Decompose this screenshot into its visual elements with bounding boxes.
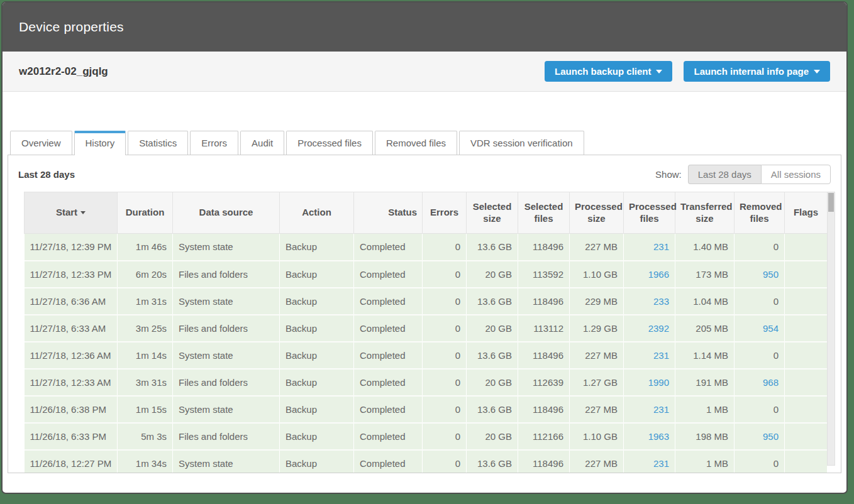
device-header-bar: w2012r2-02_gjqlg Launch backup client La… <box>3 52 846 92</box>
table-scrollbar[interactable] <box>827 192 835 466</box>
column-header-duration[interactable]: Duration <box>118 192 173 234</box>
cell-start: 11/26/18, 12:27 PM <box>25 450 118 474</box>
cell-transferred-size: 205 MB <box>675 315 735 342</box>
processed-files-link[interactable]: 231 <box>653 241 669 252</box>
processed-files-link[interactable]: 233 <box>653 296 669 307</box>
column-header-processed-size[interactable]: Processed size <box>570 192 624 234</box>
cell-selected-size: 13.6 GB <box>467 450 518 474</box>
cell-data-source: System state <box>173 288 280 315</box>
dialog-title: Device properties <box>19 19 124 35</box>
cell-selected-size: 20 GB <box>467 261 518 288</box>
column-header-label: Errors <box>430 207 458 217</box>
table-row: 11/27/18, 12:33 PM6m 20sFiles and folder… <box>25 261 828 288</box>
cell-start: 11/27/18, 12:39 PM <box>25 234 118 261</box>
cell-start: 11/27/18, 12:33 AM <box>25 369 118 396</box>
show-option-last-28-days[interactable]: Last 28 days <box>688 165 761 184</box>
processed-files-link[interactable]: 231 <box>653 350 669 361</box>
cell-transferred-size: 191 MB <box>675 369 735 396</box>
tab-audit[interactable]: Audit <box>240 131 284 155</box>
cell-transferred-size: 198 MB <box>675 423 735 450</box>
cell-processed-size: 227 MB <box>570 342 624 369</box>
cell-selected-size: 20 GB <box>467 315 518 342</box>
cell-duration: 5m 3s <box>118 423 173 450</box>
column-header-data-source[interactable]: Data source <box>173 192 280 234</box>
cell-errors: 0 <box>423 234 467 261</box>
cell-action: Backup <box>280 342 354 369</box>
launch-internal-info-button[interactable]: Launch internal info page <box>684 61 830 82</box>
cell-flags <box>785 423 828 450</box>
cell-status: Completed <box>354 261 423 288</box>
cell-data-source: System state <box>173 342 280 369</box>
tab-errors[interactable]: Errors <box>190 131 238 155</box>
processed-files-link[interactable]: 2392 <box>648 323 669 334</box>
cell-duration: 1m 34s <box>118 450 173 474</box>
column-header-removed-files[interactable]: Removed files <box>735 192 785 234</box>
tab-vdr-session-verification[interactable]: VDR session verification <box>459 131 584 155</box>
page-background: { "window": { "title": "Device propertie… <box>0 0 854 504</box>
tab-removed-files[interactable]: Removed files <box>375 131 457 155</box>
processed-files-link[interactable]: 231 <box>653 404 669 415</box>
launch-backup-client-button[interactable]: Launch backup client <box>545 61 672 82</box>
cell-processed-files: 231 <box>624 396 675 423</box>
processed-files-link[interactable]: 231 <box>653 458 669 469</box>
tab-bar: OverviewHistoryStatisticsErrorsAuditProc… <box>10 131 846 155</box>
column-header-label: Transferred size <box>680 201 733 224</box>
column-header-flags[interactable]: Flags <box>785 192 828 234</box>
column-header-selected-files[interactable]: Selected files <box>518 192 570 234</box>
cell-processed-size: 1.27 GB <box>570 369 624 396</box>
tab-processed-files[interactable]: Processed files <box>286 131 373 155</box>
cell-transferred-size: 173 MB <box>675 261 735 288</box>
cell-flags <box>785 396 828 423</box>
column-header-status[interactable]: Status <box>354 192 423 234</box>
cell-errors: 0 <box>423 342 467 369</box>
column-header-label: Duration <box>126 207 165 217</box>
cell-processed-files: 1966 <box>624 261 675 288</box>
column-header-selected-size[interactable]: Selected size <box>467 192 518 234</box>
period-label: Last 28 days <box>18 169 75 180</box>
history-tab-panel: Last 28 days Show: Last 28 daysAll sessi… <box>8 155 841 473</box>
tab-statistics[interactable]: Statistics <box>128 131 188 155</box>
cell-processed-size: 1.29 GB <box>570 315 624 342</box>
cell-selected-files: 113112 <box>518 315 570 342</box>
column-header-action[interactable]: Action <box>280 192 354 234</box>
processed-files-link[interactable]: 1966 <box>648 269 669 280</box>
cell-flags <box>785 261 828 288</box>
table-row: 11/27/18, 6:33 AM3m 25sFiles and folders… <box>25 315 828 342</box>
cell-processed-files: 2392 <box>624 315 675 342</box>
cell-processed-files: 1990 <box>624 369 675 396</box>
column-header-label: Processed files <box>629 201 677 224</box>
table-row: 11/26/18, 6:38 PM1m 15sSystem stateBacku… <box>25 396 828 423</box>
column-header-processed-files[interactable]: Processed files <box>624 192 675 234</box>
cell-duration: 1m 14s <box>118 342 173 369</box>
tab-overview[interactable]: Overview <box>10 131 72 155</box>
cell-transferred-size: 1.40 MB <box>675 234 735 261</box>
cell-status: Completed <box>354 315 423 342</box>
processed-files-link[interactable]: 1990 <box>648 377 669 388</box>
tab-history[interactable]: History <box>74 131 126 155</box>
cell-data-source: System state <box>173 234 280 261</box>
scrollbar-thumb[interactable] <box>828 193 834 212</box>
sessions-table: StartDurationData sourceActionStatusErro… <box>24 192 828 473</box>
cell-duration: 6m 20s <box>118 261 173 288</box>
column-header-errors[interactable]: Errors <box>423 192 467 234</box>
cell-flags <box>785 342 828 369</box>
cell-data-source: Files and folders <box>173 369 280 396</box>
cell-selected-size: 20 GB <box>467 423 518 450</box>
removed-files-link[interactable]: 968 <box>763 377 779 388</box>
column-header-start[interactable]: Start <box>25 192 118 234</box>
cell-flags <box>785 450 828 474</box>
cell-start: 11/27/18, 12:36 AM <box>25 342 118 369</box>
processed-files-link[interactable]: 1963 <box>648 431 669 442</box>
column-header-transferred-size[interactable]: Transferred size <box>675 192 735 234</box>
cell-selected-size: 20 GB <box>467 369 518 396</box>
cell-selected-files: 118496 <box>518 396 570 423</box>
removed-files-link[interactable]: 954 <box>763 323 779 334</box>
cell-selected-files: 112639 <box>518 369 570 396</box>
show-option-all-sessions[interactable]: All sessions <box>761 165 831 184</box>
cell-status: Completed <box>354 234 423 261</box>
removed-files-link[interactable]: 950 <box>763 431 779 442</box>
cell-action: Backup <box>280 369 354 396</box>
removed-files-link[interactable]: 950 <box>763 269 779 280</box>
cell-selected-files: 118496 <box>518 234 570 261</box>
cell-errors: 0 <box>423 369 467 396</box>
